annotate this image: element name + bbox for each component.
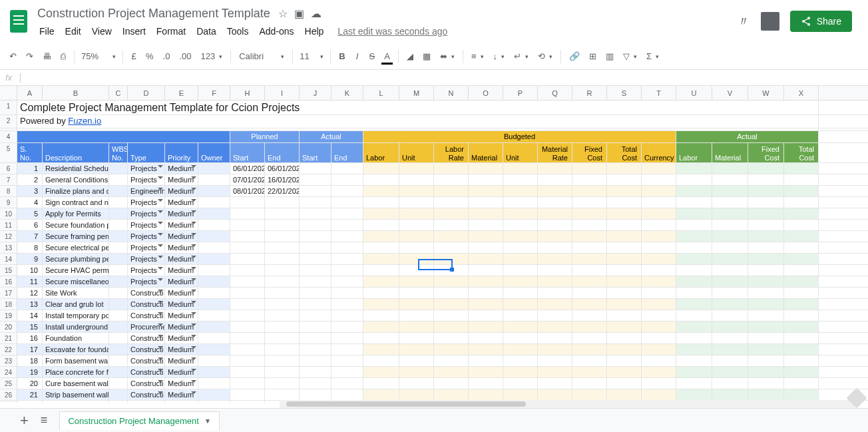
- menu-format[interactable]: Format: [152, 23, 190, 39]
- sheet-tab-bar: + ≡ Construction Project Management▼: [0, 408, 868, 432]
- comment-button[interactable]: ⊞: [585, 49, 600, 64]
- all-sheets-button[interactable]: ≡: [41, 413, 48, 427]
- paint-format-button[interactable]: ⎙: [57, 49, 70, 64]
- bold-button[interactable]: B: [335, 49, 349, 64]
- col-header[interactable]: D: [128, 86, 165, 100]
- col-header[interactable]: B: [43, 86, 109, 100]
- print-button[interactable]: 🖶: [39, 49, 55, 64]
- menu-edit[interactable]: Edit: [61, 23, 86, 39]
- merge-button[interactable]: ⬌: [436, 49, 459, 64]
- doc-title[interactable]: Construction Project Management Template: [35, 5, 273, 22]
- share-button[interactable]: Share: [790, 11, 852, 32]
- activity-icon[interactable]: 〃: [737, 13, 750, 31]
- col-header[interactable]: I: [265, 86, 300, 100]
- functions-button[interactable]: Σ: [642, 49, 663, 64]
- col-header[interactable]: K: [331, 86, 363, 100]
- menu-addons[interactable]: Add-ons: [254, 23, 298, 39]
- font-size-select[interactable]: 11: [297, 51, 326, 61]
- col-header[interactable]: N: [434, 86, 469, 100]
- italic-button[interactable]: I: [351, 49, 364, 64]
- col-header[interactable]: F: [198, 86, 230, 100]
- star-icon[interactable]: ☆: [278, 7, 288, 20]
- col-header[interactable]: M: [399, 86, 434, 100]
- menu-insert[interactable]: Insert: [118, 23, 150, 39]
- col-header[interactable]: R: [572, 86, 607, 100]
- horizontal-scrollbar[interactable]: [280, 400, 855, 408]
- last-edit-link[interactable]: Last edit was seconds ago: [337, 26, 447, 37]
- formula-bar[interactable]: fx: [0, 70, 868, 86]
- sheet-tab[interactable]: Construction Project Management▼: [59, 411, 219, 430]
- font-select[interactable]: Calibri: [235, 51, 288, 61]
- formula-input[interactable]: [20, 73, 21, 83]
- col-header[interactable]: U: [676, 86, 712, 100]
- col-header[interactable]: O: [469, 86, 503, 100]
- col-header[interactable]: C: [109, 86, 128, 100]
- valign-button[interactable]: ↓: [489, 49, 509, 64]
- link-button[interactable]: 🔗: [565, 49, 584, 64]
- strike-button[interactable]: S: [365, 49, 379, 64]
- halign-button[interactable]: ≡: [467, 49, 488, 64]
- move-icon[interactable]: ▣: [294, 7, 304, 20]
- chart-button[interactable]: ▥: [602, 49, 618, 64]
- col-header[interactable]: W: [748, 86, 784, 100]
- fill-color-button[interactable]: ◢: [403, 49, 417, 64]
- menu-bar: File Edit View Insert Format Data Tools …: [35, 22, 737, 43]
- rotate-button[interactable]: ⟲: [534, 49, 556, 64]
- col-header[interactable]: J: [300, 86, 331, 100]
- zoom-select[interactable]: 75%: [79, 51, 118, 61]
- menu-view[interactable]: View: [87, 23, 116, 39]
- undo-button[interactable]: ↶: [5, 49, 21, 64]
- col-header[interactable]: V: [712, 86, 748, 100]
- add-sheet-button[interactable]: +: [20, 412, 29, 429]
- menu-tools[interactable]: Tools: [222, 23, 254, 39]
- col-header[interactable]: H: [230, 86, 265, 100]
- comments-icon[interactable]: [761, 12, 779, 31]
- increase-decimal-button[interactable]: .00: [175, 49, 195, 64]
- redo-button[interactable]: ↷: [22, 49, 37, 64]
- sheets-logo[interactable]: [5, 8, 32, 35]
- col-header[interactable]: X: [784, 86, 819, 100]
- col-header[interactable]: A: [17, 86, 43, 100]
- col-header[interactable]: P: [503, 86, 538, 100]
- decrease-decimal-button[interactable]: .0: [159, 49, 174, 64]
- filter-button[interactable]: ▽: [619, 49, 641, 64]
- cloud-icon[interactable]: ☁: [311, 7, 322, 20]
- number-format-select[interactable]: 123: [196, 49, 226, 64]
- fx-label: fx: [5, 73, 12, 83]
- grid[interactable]: ABCDEFHIJKLMNOPQRSTUVWX 1Complete Projec…: [0, 86, 868, 403]
- col-header[interactable]: L: [363, 86, 399, 100]
- borders-button[interactable]: ▦: [419, 49, 435, 64]
- wrap-button[interactable]: ↵: [510, 49, 533, 64]
- text-color-button[interactable]: A: [380, 49, 394, 64]
- col-header[interactable]: S: [607, 86, 642, 100]
- col-header[interactable]: E: [165, 86, 198, 100]
- menu-data[interactable]: Data: [192, 23, 221, 39]
- col-header[interactable]: Q: [538, 86, 572, 100]
- percent-button[interactable]: %: [142, 49, 158, 64]
- toolbar: ↶ ↷ 🖶 ⎙ 75% £ % .0 .00 123 Calibri 11 B …: [0, 43, 868, 70]
- menu-help[interactable]: Help: [300, 23, 329, 39]
- currency-button[interactable]: £: [127, 49, 140, 64]
- col-header[interactable]: T: [642, 86, 676, 100]
- menu-file[interactable]: File: [35, 23, 59, 39]
